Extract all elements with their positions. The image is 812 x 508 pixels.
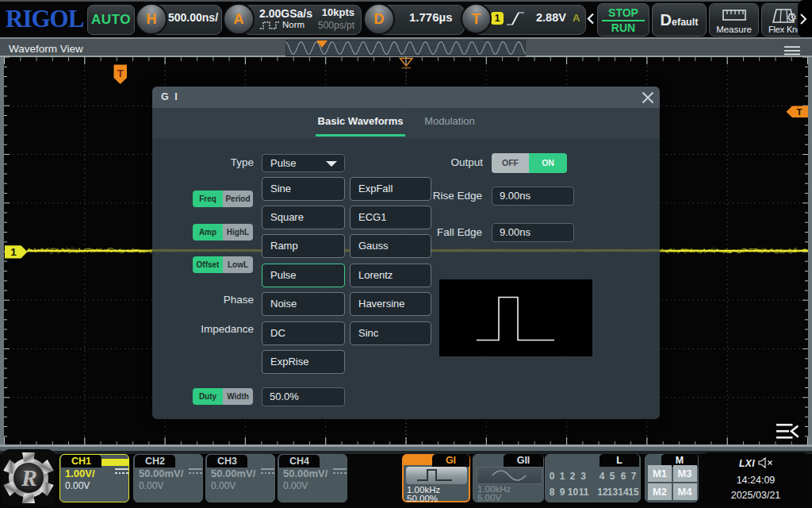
svg-text:1: 1: [10, 246, 17, 258]
svg-text:R: R: [21, 464, 37, 491]
svg-text:T: T: [796, 107, 802, 117]
svg-text:T: T: [117, 67, 124, 79]
